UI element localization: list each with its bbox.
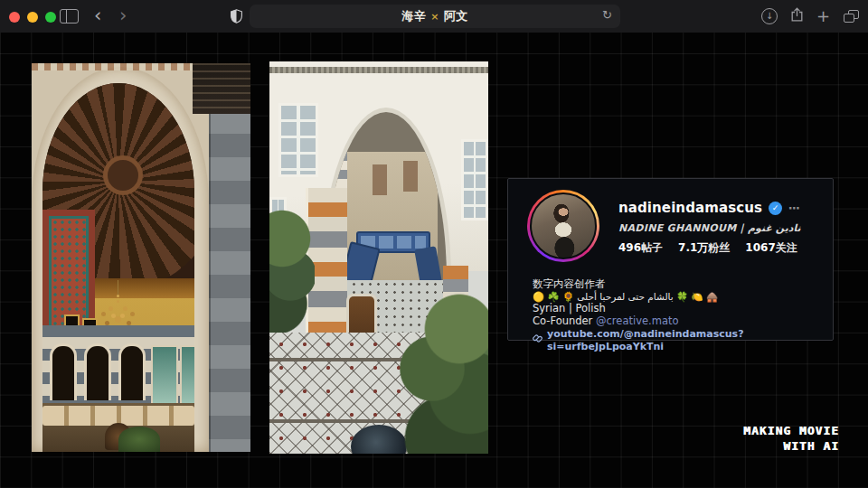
bio-nationality: Syrian | Polish: [533, 303, 822, 315]
share-icon[interactable]: [791, 7, 803, 25]
window-controls: [9, 12, 56, 23]
photo-palace-interior: [32, 63, 250, 452]
stone-pillar: [209, 110, 250, 452]
profile-bio: 数字内容创作者 🟡 ☘️ 🌻 بالشام حتى لمرحبا أحلى 🍀 …: [533, 278, 822, 352]
arched-window: [84, 343, 111, 400]
sidebar-toggle-icon[interactable]: [60, 9, 79, 23]
stat-posts: 496帖子: [618, 240, 663, 256]
page-content: nadineindamascus ✓ ⋯ NADINE GHANNOUM | ن…: [0, 33, 868, 488]
tile-panel: [180, 345, 194, 407]
tree: [269, 195, 315, 340]
arched-window: [50, 343, 77, 400]
arched-window: [118, 343, 146, 400]
more-options-icon[interactable]: ⋯: [788, 202, 801, 215]
website-link[interactable]: youtube.com/@nadineindamascus?si=urfbeJp…: [547, 328, 822, 352]
stat-following: 1067关注: [745, 240, 797, 256]
bio-role: 数字内容创作者: [533, 278, 822, 291]
browser-toolbar: ‹ › 海辛×阿文 ↻ ↓ +: [0, 0, 868, 33]
back-button[interactable]: ‹: [94, 3, 101, 28]
profile-stats: 496帖子 7.1万粉丝 1067关注: [618, 240, 797, 256]
new-tab-button[interactable]: +: [816, 8, 830, 24]
forward-button[interactable]: ›: [119, 3, 127, 28]
plant: [118, 427, 160, 452]
bio-tagline: 🟡 ☘️ 🌻 بالشام حتى لمرحبا أحلى 🍀 🍋 🛖: [533, 291, 822, 304]
bio-cofounder: Co-Founder @creative.mato: [533, 315, 822, 328]
photo-courtyard-aerial: [269, 61, 488, 454]
cofounder-link[interactable]: @creative.mato: [596, 314, 678, 327]
window: [461, 139, 488, 221]
tab-overview-button[interactable]: [844, 10, 859, 23]
verified-badge-icon: ✓: [769, 202, 782, 215]
avatar-story-ring[interactable]: [527, 190, 599, 262]
wooden-balcony: [193, 63, 250, 114]
minimize-button[interactable]: [27, 12, 38, 23]
iwan-interior: [42, 83, 194, 452]
ornament-strip: [32, 63, 209, 70]
chandelier: [117, 295, 119, 297]
wall-ornament: [403, 161, 418, 192]
toolbar-right-icons: ↓ +: [761, 0, 859, 33]
bio-website-row: youtube.com/@nadineindamascus?si=urfbeJp…: [533, 328, 822, 352]
zoom-button[interactable]: [45, 12, 56, 23]
downloads-button[interactable]: ↓: [761, 8, 778, 24]
window: [278, 103, 318, 177]
roof-cornice: [269, 67, 488, 73]
display-name: NADINE GHANNOUM | نادين غنوم: [618, 222, 801, 234]
watermark-line2: WITH AI: [743, 438, 839, 454]
avatar: [530, 192, 597, 259]
shield-icon[interactable]: [231, 9, 242, 23]
close-button[interactable]: [9, 12, 20, 23]
title-separator: ×: [430, 11, 439, 23]
link-icon: [533, 333, 542, 347]
tile-panel: [151, 345, 178, 407]
watermark: MAKING MOVIE WITH AI: [743, 423, 839, 454]
wall-ornament: [373, 164, 387, 195]
reload-button[interactable]: ↻: [602, 8, 612, 22]
browser-window: ‹ › 海辛×阿文 ↻ ↓ +: [0, 0, 868, 488]
page-title: 海辛×阿文: [401, 8, 468, 24]
watermark-line1: MAKING MOVIE: [743, 423, 839, 438]
tree: [394, 269, 488, 454]
address-bar[interactable]: 海辛×阿文 ↻: [250, 5, 620, 28]
stat-followers: 7.1万粉丝: [678, 240, 730, 256]
username: nadineindamascus: [618, 200, 762, 216]
profile-card: nadineindamascus ✓ ⋯ NADINE GHANNOUM | ن…: [507, 178, 834, 341]
